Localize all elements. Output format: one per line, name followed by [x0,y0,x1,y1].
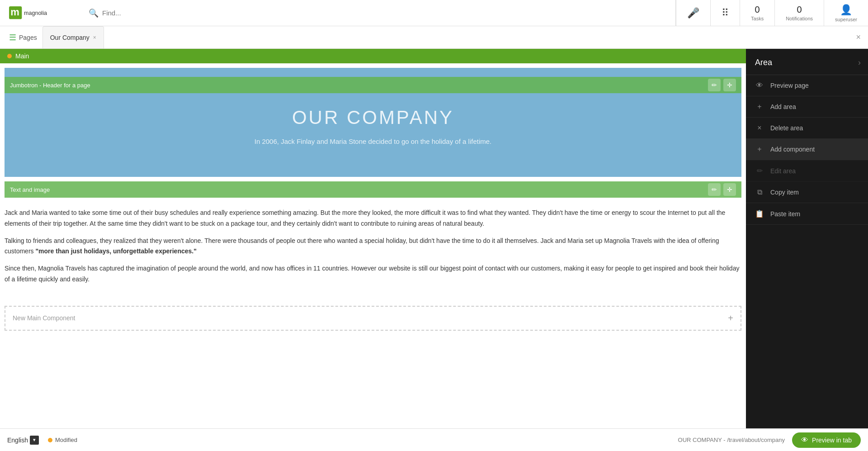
preview-page-icon: 👁 [755,81,764,90]
sidebar-delete-area[interactable]: × Delete area [746,118,868,139]
delete-area-icon: × [755,124,764,132]
add-component-icon: + [755,145,764,153]
notifications-label: Notifications [786,16,813,21]
pages-nav[interactable]: ☰ Pages [4,26,42,48]
close-tab-button[interactable]: × [93,34,96,41]
add-area-label: Add area [770,103,796,110]
language-selector[interactable]: English ▾ [7,436,39,445]
search-icon: 🔍 [89,8,99,18]
our-company-tab[interactable]: Our Company × [42,26,104,48]
jumbotron-subtitle: In 2006, Jack Finlay and Maria Stone dec… [5,138,741,145]
logo-area: m magnolia [0,6,81,19]
jumbotron-title: OUR COMPANY [5,107,741,128]
page-path: OUR COMPANY - /travel/about/company [678,437,785,443]
sidebar-header: Area › [746,49,868,75]
sidebar-add-component[interactable]: + Add component [746,139,868,160]
notifications-count: 0 [797,5,802,15]
sidebar-paste-item[interactable]: 📋 Paste item [746,203,868,225]
microphone-icon: 🎤 [687,7,699,19]
jumbotron-move-button[interactable]: ✛ [723,79,736,91]
jumbotron-section: Jumbotron - Header for a page ✏ ✛ OUR CO… [5,68,741,177]
add-component-label: Add component [770,146,815,153]
apps-icon: ⠿ [722,7,729,19]
language-label: English [7,437,28,444]
main-area: Main Jumbotron - Header for a page ✏ ✛ O… [0,49,868,428]
page-canvas[interactable]: Main Jumbotron - Header for a page ✏ ✛ O… [0,49,746,428]
edit-area-label: Edit area [770,167,796,175]
pages-nav-label: Pages [19,34,37,41]
paste-item-icon: 📋 [755,209,764,218]
jumbotron-bar: Jumbotron - Header for a page ✏ ✛ [5,77,741,93]
svg-text:m: m [10,7,19,18]
canvas-inner: Main Jumbotron - Header for a page ✏ ✛ O… [0,49,746,428]
sidebar-chevron-icon[interactable]: › [858,58,861,67]
text-paragraph-1: Jack and Maria wanted to take some time … [5,208,741,229]
main-area-bar[interactable]: Main [0,49,746,63]
topbar: m magnolia 🔍 🎤 ⠿ 0 Tasks 0 Notifications… [0,0,868,26]
text-image-content: Jack and Maria wanted to take some time … [5,202,741,297]
add-area-icon: + [755,103,764,111]
text-image-bar-actions: ✏ ✛ [708,183,736,196]
new-component-plus[interactable]: + [728,313,733,323]
bold-phrase: "more than just holidays, unforgettable … [35,247,196,255]
jumbotron-bar-label: Jumbotron - Header for a page [10,82,708,89]
text-image-bar: Text and image ✏ ✛ [5,181,741,198]
text-paragraph-3: Since then, Magnolia Travels has capture… [5,263,741,285]
preview-page-label: Preview page [770,82,809,89]
user-button[interactable]: 👤 superuser [824,0,868,26]
topbar-actions: 🎤 ⠿ 0 Tasks 0 Notifications 👤 superuser [676,0,868,26]
preview-tab-icon: 👁 [801,436,808,444]
edit-area-icon: ✏ [755,166,764,175]
copy-item-icon: ⧉ [755,188,764,196]
modified-dot-icon [48,438,52,442]
copy-item-label: Copy item [770,189,799,196]
language-dropdown-button[interactable]: ▾ [30,436,39,445]
magnolia-logo: m magnolia [9,6,59,19]
notifications-button[interactable]: 0 Notifications [774,0,824,26]
pages-nav-icon: ☰ [9,33,16,43]
jumbotron-bar-actions: ✏ ✛ [708,79,736,91]
modified-badge: Modified [48,437,77,443]
tab-label: Our Company [50,34,90,41]
user-icon: 👤 [840,4,852,16]
tabbar-close-button[interactable]: × [849,33,868,42]
sidebar-add-area[interactable]: + Add area [746,96,868,118]
main-area-label: Main [15,52,29,60]
paste-item-label: Paste item [770,210,800,218]
preview-tab-label: Preview in tab [812,437,852,444]
tabbar: ☰ Pages Our Company × × [0,26,868,49]
tasks-button[interactable]: 0 Tasks [740,0,774,26]
sidebar-preview-page[interactable]: 👁 Preview page [746,75,868,96]
svg-text:magnolia: magnolia [24,10,47,16]
right-sidebar: Area › 👁 Preview page + Add area × Delet… [746,49,868,428]
text-paragraph-2: Talking to friends and colleagues, they … [5,236,741,257]
search-area[interactable]: 🔍 [81,0,676,26]
delete-area-label: Delete area [770,124,803,132]
bottombar: English ▾ Modified OUR COMPANY - /travel… [0,428,868,451]
sidebar-copy-item[interactable]: ⧉ Copy item [746,182,868,203]
jumbotron-edit-button[interactable]: ✏ [708,79,721,91]
sidebar-title: Area [755,58,772,67]
user-label: superuser [835,17,857,22]
modified-label: Modified [55,437,77,443]
tasks-label: Tasks [751,16,764,21]
apps-button[interactable]: ⠿ [710,0,740,26]
new-component-area[interactable]: New Main Component + [5,306,741,331]
search-input[interactable] [102,9,668,17]
text-image-section: Text and image ✏ ✛ Jack and Maria wanted… [5,181,741,301]
area-dot [7,54,12,58]
new-component-label: New Main Component [13,314,75,322]
text-image-edit-button[interactable]: ✏ [708,183,721,196]
text-image-bar-label: Text and image [10,186,708,193]
microphone-button[interactable]: 🎤 [676,0,710,26]
sidebar-edit-area: ✏ Edit area [746,160,868,182]
preview-in-tab-button[interactable]: 👁 Preview in tab [792,432,861,448]
text-image-move-button[interactable]: ✛ [723,183,736,196]
tasks-count: 0 [755,5,760,15]
